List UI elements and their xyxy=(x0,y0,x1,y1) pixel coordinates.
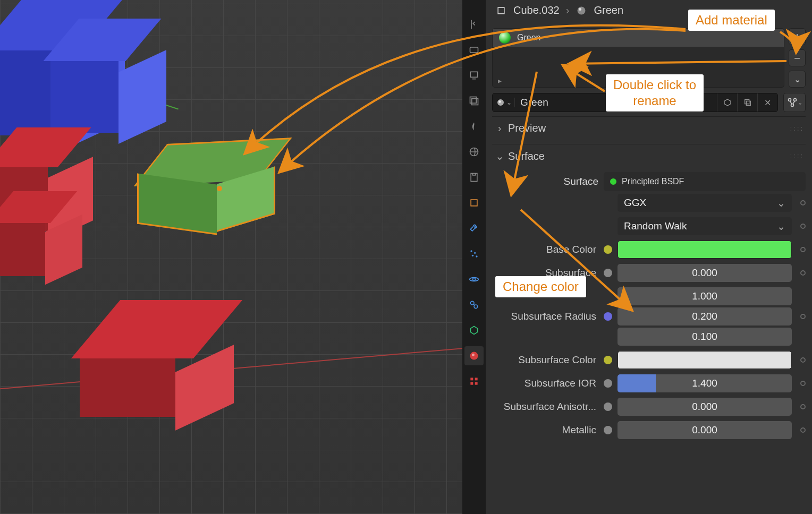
metallic-label: Metallic xyxy=(492,424,598,436)
svg-point-7 xyxy=(470,250,472,252)
material-slot-name[interactable]: Green xyxy=(517,33,540,42)
sss-color-swatch[interactable] xyxy=(618,351,792,369)
svg-rect-20 xyxy=(475,382,478,385)
anim-dot[interactable] xyxy=(800,224,806,229)
input-socket-icon[interactable] xyxy=(604,245,612,254)
svg-point-8 xyxy=(474,252,476,254)
base-color-swatch[interactable] xyxy=(618,241,792,259)
annotation-change-color: Change color xyxy=(495,276,586,297)
svg-point-16 xyxy=(472,354,475,356)
add-material-slot-button[interactable]: ＋ xyxy=(789,28,806,45)
input-socket-icon[interactable] xyxy=(604,356,612,364)
sss-method-select[interactable]: Random Walk⌄ xyxy=(618,217,792,235)
svg-rect-19 xyxy=(470,382,473,385)
chevron-right-icon: › xyxy=(495,122,504,134)
surface-shader-select[interactable]: Principled BSDF xyxy=(604,172,806,191)
svg-rect-18 xyxy=(475,378,478,380)
anim-dot[interactable] xyxy=(800,200,806,205)
svg-point-22 xyxy=(578,6,586,14)
preview-section-header[interactable]: › Preview : : : : xyxy=(492,116,806,140)
render-tab-icon[interactable] xyxy=(464,40,484,59)
svg-point-11 xyxy=(473,278,476,281)
svg-point-13 xyxy=(470,301,474,305)
scene-tab-icon[interactable] xyxy=(464,117,484,136)
anim-dot[interactable] xyxy=(800,381,806,386)
modifier-tab-icon[interactable] xyxy=(464,219,484,238)
sss-ior-label: Subsurface IOR xyxy=(492,378,598,389)
viewlayer-tab-icon[interactable] xyxy=(464,91,484,110)
sss-radius-r-input[interactable]: 1.000 xyxy=(618,287,792,305)
sss-ior-input[interactable]: 1.400 xyxy=(618,374,792,392)
remove-material-slot-button[interactable]: － xyxy=(789,49,806,66)
material-ball-icon xyxy=(576,5,587,16)
anim-dot[interactable] xyxy=(800,247,806,252)
anim-dot[interactable] xyxy=(800,404,806,409)
output-tab-icon[interactable] xyxy=(464,66,484,85)
input-socket-icon[interactable] xyxy=(604,269,612,277)
svg-point-29 xyxy=(793,99,796,101)
sss-aniso-input[interactable]: 0.000 xyxy=(618,398,792,416)
object-origin-icon xyxy=(217,186,222,191)
texture-tab-icon[interactable] xyxy=(464,372,484,391)
fake-user-button[interactable] xyxy=(717,93,737,112)
grip-dots-icon[interactable]: : : : : xyxy=(790,152,802,160)
anim-dot[interactable] xyxy=(800,427,806,433)
breadcrumb-material[interactable]: Green xyxy=(594,4,623,16)
anim-dot[interactable] xyxy=(800,270,806,276)
material-preview-ball-icon xyxy=(499,32,511,44)
chevron-right-icon: › xyxy=(566,4,570,16)
collection-tab-icon[interactable] xyxy=(464,168,484,187)
unlink-material-button[interactable]: ✕ xyxy=(757,93,777,112)
subsurface-input[interactable]: 0.000 xyxy=(618,264,792,282)
sss-radius-label: Subsurface Radius xyxy=(492,311,598,322)
sss-radius-g-input[interactable]: 0.200 xyxy=(618,307,792,325)
duplicate-material-button[interactable] xyxy=(737,93,757,112)
physics-tab-icon[interactable] xyxy=(464,270,484,289)
chevron-down-icon: ⌄ xyxy=(495,150,504,162)
material-slot-item[interactable]: Green xyxy=(493,29,784,47)
world-tab-icon[interactable] xyxy=(464,142,484,161)
section-title: Surface xyxy=(508,150,545,162)
input-socket-icon[interactable] xyxy=(604,312,612,321)
input-socket-icon[interactable] xyxy=(604,402,612,411)
cube-outline-icon xyxy=(495,5,507,16)
viewport-3d[interactable] xyxy=(0,0,462,514)
svg-rect-27 xyxy=(746,101,750,105)
expand-slot-icon[interactable]: ▸ xyxy=(498,76,502,85)
material-tab-icon[interactable] xyxy=(464,346,484,365)
svg-point-23 xyxy=(579,8,581,11)
svg-point-25 xyxy=(498,100,501,103)
anim-dot[interactable] xyxy=(800,314,806,319)
svg-point-28 xyxy=(788,99,791,101)
surface-section-header[interactable]: ⌄ Surface : : : : xyxy=(492,144,806,168)
svg-rect-5 xyxy=(471,174,477,182)
sss-radius-b-input[interactable]: 0.100 xyxy=(618,328,792,346)
sss-aniso-label: Subsurface Anisotr... xyxy=(492,401,598,413)
mesh-data-tab-icon[interactable] xyxy=(464,321,484,340)
svg-rect-2 xyxy=(470,97,477,104)
constraint-tab-icon[interactable] xyxy=(464,295,484,314)
node-tree-button[interactable]: ⌄ xyxy=(783,93,806,112)
object-tab-icon[interactable] xyxy=(464,193,484,212)
input-socket-icon[interactable] xyxy=(604,379,612,388)
svg-rect-1 xyxy=(470,72,477,77)
svg-rect-6 xyxy=(471,200,477,206)
grip-dots-icon[interactable]: : : : : xyxy=(790,125,802,132)
annotation-add-material: Add material xyxy=(688,10,775,31)
particles-tab-icon[interactable] xyxy=(464,244,484,263)
svg-rect-3 xyxy=(472,99,478,105)
breadcrumb-object[interactable]: Cube.032 xyxy=(513,4,560,16)
sss-color-label: Subsurface Color xyxy=(492,354,598,366)
metallic-input[interactable]: 0.000 xyxy=(618,421,792,439)
svg-rect-0 xyxy=(470,47,478,53)
anim-dot[interactable] xyxy=(800,357,806,363)
material-slot-menu-button[interactable]: ⌄ xyxy=(789,71,806,88)
tool-tab-icon[interactable] xyxy=(464,15,484,34)
svg-point-14 xyxy=(474,305,478,309)
distribution-select[interactable]: GGX⌄ xyxy=(618,194,792,212)
svg-point-10 xyxy=(476,255,477,257)
material-browse-button[interactable]: ⌄ xyxy=(493,98,515,107)
input-socket-icon[interactable] xyxy=(604,426,612,434)
shader-socket-icon xyxy=(610,178,616,185)
svg-rect-17 xyxy=(470,378,473,380)
